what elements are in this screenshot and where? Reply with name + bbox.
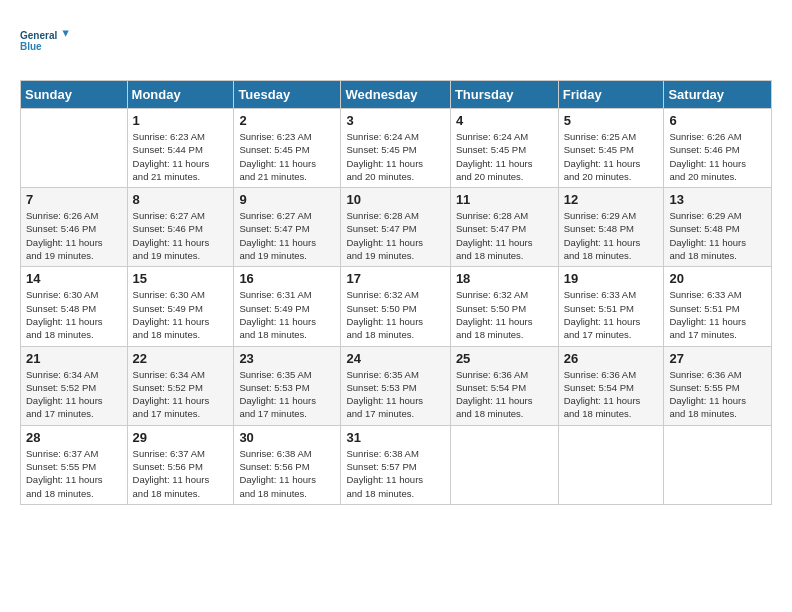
weekday-header-monday: Monday — [127, 81, 234, 109]
day-info: Sunrise: 6:26 AMSunset: 5:46 PMDaylight:… — [669, 130, 766, 183]
day-info: Sunrise: 6:27 AMSunset: 5:46 PMDaylight:… — [133, 209, 229, 262]
day-info: Sunrise: 6:25 AMSunset: 5:45 PMDaylight:… — [564, 130, 659, 183]
day-info: Sunrise: 6:36 AMSunset: 5:54 PMDaylight:… — [564, 368, 659, 421]
day-number: 17 — [346, 271, 444, 286]
calendar-cell: 14Sunrise: 6:30 AMSunset: 5:48 PMDayligh… — [21, 267, 128, 346]
day-number: 19 — [564, 271, 659, 286]
day-number: 9 — [239, 192, 335, 207]
calendar-cell — [664, 425, 772, 504]
day-info: Sunrise: 6:30 AMSunset: 5:48 PMDaylight:… — [26, 288, 122, 341]
day-info: Sunrise: 6:24 AMSunset: 5:45 PMDaylight:… — [346, 130, 444, 183]
day-info: Sunrise: 6:33 AMSunset: 5:51 PMDaylight:… — [564, 288, 659, 341]
calendar-cell: 9Sunrise: 6:27 AMSunset: 5:47 PMDaylight… — [234, 188, 341, 267]
weekday-header-wednesday: Wednesday — [341, 81, 450, 109]
day-info: Sunrise: 6:37 AMSunset: 5:56 PMDaylight:… — [133, 447, 229, 500]
day-number: 27 — [669, 351, 766, 366]
calendar-cell: 30Sunrise: 6:38 AMSunset: 5:56 PMDayligh… — [234, 425, 341, 504]
calendar-cell: 1Sunrise: 6:23 AMSunset: 5:44 PMDaylight… — [127, 109, 234, 188]
calendar-cell: 7Sunrise: 6:26 AMSunset: 5:46 PMDaylight… — [21, 188, 128, 267]
calendar-week-1: 1Sunrise: 6:23 AMSunset: 5:44 PMDaylight… — [21, 109, 772, 188]
day-info: Sunrise: 6:31 AMSunset: 5:49 PMDaylight:… — [239, 288, 335, 341]
weekday-header-saturday: Saturday — [664, 81, 772, 109]
calendar-cell: 25Sunrise: 6:36 AMSunset: 5:54 PMDayligh… — [450, 346, 558, 425]
calendar: SundayMondayTuesdayWednesdayThursdayFrid… — [20, 80, 772, 505]
weekday-header-thursday: Thursday — [450, 81, 558, 109]
day-info: Sunrise: 6:38 AMSunset: 5:57 PMDaylight:… — [346, 447, 444, 500]
calendar-cell: 28Sunrise: 6:37 AMSunset: 5:55 PMDayligh… — [21, 425, 128, 504]
day-number: 16 — [239, 271, 335, 286]
day-number: 3 — [346, 113, 444, 128]
day-info: Sunrise: 6:36 AMSunset: 5:54 PMDaylight:… — [456, 368, 553, 421]
calendar-cell: 24Sunrise: 6:35 AMSunset: 5:53 PMDayligh… — [341, 346, 450, 425]
day-info: Sunrise: 6:24 AMSunset: 5:45 PMDaylight:… — [456, 130, 553, 183]
calendar-cell: 13Sunrise: 6:29 AMSunset: 5:48 PMDayligh… — [664, 188, 772, 267]
day-info: Sunrise: 6:23 AMSunset: 5:45 PMDaylight:… — [239, 130, 335, 183]
day-number: 1 — [133, 113, 229, 128]
day-info: Sunrise: 6:33 AMSunset: 5:51 PMDaylight:… — [669, 288, 766, 341]
day-number: 26 — [564, 351, 659, 366]
day-info: Sunrise: 6:35 AMSunset: 5:53 PMDaylight:… — [346, 368, 444, 421]
calendar-cell: 2Sunrise: 6:23 AMSunset: 5:45 PMDaylight… — [234, 109, 341, 188]
day-info: Sunrise: 6:23 AMSunset: 5:44 PMDaylight:… — [133, 130, 229, 183]
calendar-cell: 6Sunrise: 6:26 AMSunset: 5:46 PMDaylight… — [664, 109, 772, 188]
day-number: 21 — [26, 351, 122, 366]
day-info: Sunrise: 6:29 AMSunset: 5:48 PMDaylight:… — [669, 209, 766, 262]
day-number: 20 — [669, 271, 766, 286]
day-number: 13 — [669, 192, 766, 207]
weekday-header-tuesday: Tuesday — [234, 81, 341, 109]
day-number: 24 — [346, 351, 444, 366]
calendar-cell: 4Sunrise: 6:24 AMSunset: 5:45 PMDaylight… — [450, 109, 558, 188]
day-number: 18 — [456, 271, 553, 286]
calendar-week-5: 28Sunrise: 6:37 AMSunset: 5:55 PMDayligh… — [21, 425, 772, 504]
calendar-cell: 29Sunrise: 6:37 AMSunset: 5:56 PMDayligh… — [127, 425, 234, 504]
day-number: 28 — [26, 430, 122, 445]
day-info: Sunrise: 6:32 AMSunset: 5:50 PMDaylight:… — [346, 288, 444, 341]
day-number: 12 — [564, 192, 659, 207]
calendar-cell: 21Sunrise: 6:34 AMSunset: 5:52 PMDayligh… — [21, 346, 128, 425]
day-info: Sunrise: 6:29 AMSunset: 5:48 PMDaylight:… — [564, 209, 659, 262]
day-number: 15 — [133, 271, 229, 286]
day-info: Sunrise: 6:34 AMSunset: 5:52 PMDaylight:… — [133, 368, 229, 421]
calendar-cell: 8Sunrise: 6:27 AMSunset: 5:46 PMDaylight… — [127, 188, 234, 267]
logo-svg: General Blue — [20, 20, 70, 62]
calendar-cell: 26Sunrise: 6:36 AMSunset: 5:54 PMDayligh… — [558, 346, 664, 425]
day-info: Sunrise: 6:32 AMSunset: 5:50 PMDaylight:… — [456, 288, 553, 341]
day-number: 8 — [133, 192, 229, 207]
calendar-cell: 12Sunrise: 6:29 AMSunset: 5:48 PMDayligh… — [558, 188, 664, 267]
calendar-week-4: 21Sunrise: 6:34 AMSunset: 5:52 PMDayligh… — [21, 346, 772, 425]
day-number: 30 — [239, 430, 335, 445]
day-info: Sunrise: 6:28 AMSunset: 5:47 PMDaylight:… — [456, 209, 553, 262]
calendar-cell: 11Sunrise: 6:28 AMSunset: 5:47 PMDayligh… — [450, 188, 558, 267]
day-number: 11 — [456, 192, 553, 207]
day-number: 14 — [26, 271, 122, 286]
day-number: 23 — [239, 351, 335, 366]
calendar-cell: 10Sunrise: 6:28 AMSunset: 5:47 PMDayligh… — [341, 188, 450, 267]
calendar-cell: 27Sunrise: 6:36 AMSunset: 5:55 PMDayligh… — [664, 346, 772, 425]
weekday-header-row: SundayMondayTuesdayWednesdayThursdayFrid… — [21, 81, 772, 109]
day-info: Sunrise: 6:35 AMSunset: 5:53 PMDaylight:… — [239, 368, 335, 421]
day-info: Sunrise: 6:27 AMSunset: 5:47 PMDaylight:… — [239, 209, 335, 262]
calendar-cell: 15Sunrise: 6:30 AMSunset: 5:49 PMDayligh… — [127, 267, 234, 346]
day-number: 4 — [456, 113, 553, 128]
calendar-cell — [450, 425, 558, 504]
calendar-cell: 5Sunrise: 6:25 AMSunset: 5:45 PMDaylight… — [558, 109, 664, 188]
day-number: 31 — [346, 430, 444, 445]
calendar-week-2: 7Sunrise: 6:26 AMSunset: 5:46 PMDaylight… — [21, 188, 772, 267]
svg-text:General: General — [20, 30, 57, 41]
day-number: 25 — [456, 351, 553, 366]
calendar-cell: 18Sunrise: 6:32 AMSunset: 5:50 PMDayligh… — [450, 267, 558, 346]
day-number: 6 — [669, 113, 766, 128]
day-number: 10 — [346, 192, 444, 207]
day-number: 5 — [564, 113, 659, 128]
calendar-cell: 23Sunrise: 6:35 AMSunset: 5:53 PMDayligh… — [234, 346, 341, 425]
calendar-cell: 19Sunrise: 6:33 AMSunset: 5:51 PMDayligh… — [558, 267, 664, 346]
day-number: 7 — [26, 192, 122, 207]
day-info: Sunrise: 6:36 AMSunset: 5:55 PMDaylight:… — [669, 368, 766, 421]
svg-text:Blue: Blue — [20, 41, 42, 52]
calendar-cell — [21, 109, 128, 188]
calendar-week-3: 14Sunrise: 6:30 AMSunset: 5:48 PMDayligh… — [21, 267, 772, 346]
logo: General Blue — [20, 20, 70, 62]
day-number: 2 — [239, 113, 335, 128]
svg-marker-2 — [63, 30, 69, 36]
weekday-header-sunday: Sunday — [21, 81, 128, 109]
